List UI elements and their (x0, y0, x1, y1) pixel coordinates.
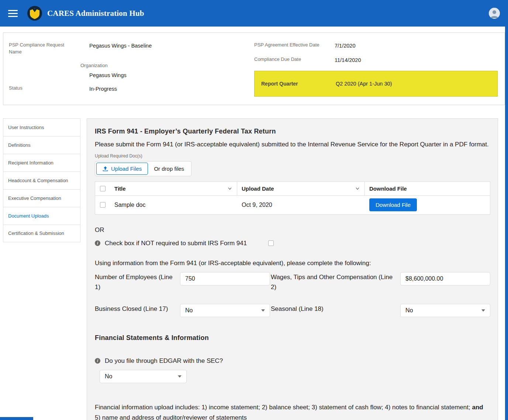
form941-fields-grid: Number of Employees (Line 1) Wages, Tips… (95, 272, 490, 317)
dropdown-caret-icon (178, 375, 182, 378)
sidebar-item-user-instructions[interactable]: User Instructions (3, 118, 80, 136)
doc-upload-date-cell: Oct 9, 2020 (237, 202, 365, 208)
note-suffix: 5) name and address of auditor/reviewer … (95, 414, 247, 420)
app-title: CARES Administration Hub (47, 9, 144, 18)
effective-date-label: PSP Agreement Effective Date (254, 42, 332, 49)
summary-left-column: PSP Compliance Request Name Pegasus Wing… (9, 42, 254, 97)
or-divider-text: OR (95, 226, 490, 234)
business-closed-value: No (185, 307, 193, 314)
organization-value: Pegasus Wings (80, 71, 254, 79)
using-info-text: Using information from the Form 941 (or … (95, 260, 490, 267)
scrollbar-thumb[interactable] (505, 27, 508, 420)
note-prefix: Financial information upload includes: 1… (95, 404, 472, 411)
request-name-field: PSP Compliance Request Name Pegasus Wing… (9, 42, 254, 56)
doc-title-cell: Sample doc (110, 202, 237, 208)
due-date-value: 11/14/2020 (335, 56, 500, 64)
employees-label: Number of Employees (Line 1) (95, 272, 180, 292)
upload-icon (103, 166, 108, 171)
upload-required-label: Upload Required Doc(s) (95, 153, 490, 159)
table-header-row: Title Upload Date Download File (95, 182, 490, 196)
organization-label: Organization (80, 62, 254, 69)
request-name-value: Pegasus Wings - Baseline (89, 42, 254, 56)
row-select-checkbox[interactable] (100, 202, 106, 208)
table-row: Sample doc Oct 9, 2020 Download File (95, 196, 490, 214)
seasonal-value: No (405, 307, 413, 314)
sidebar-item-recipient-information[interactable]: Recipient Information (3, 154, 80, 171)
select-all-checkbox[interactable] (100, 186, 106, 191)
info-icon[interactable]: i (95, 358, 100, 364)
document-uploads-panel: IRS Form 941 - Employer’s Quarterly Fede… (87, 118, 498, 420)
due-date-label: Compliance Due Date (254, 56, 332, 64)
column-header-title[interactable]: Title (110, 182, 237, 195)
sidebar-item-definitions[interactable]: Definitions (3, 136, 80, 154)
app-logo-icon (27, 6, 42, 21)
seasonal-label: Seasonal (Line 18) (270, 304, 400, 314)
employees-input[interactable] (180, 272, 270, 285)
chevron-down-icon[interactable] (355, 186, 360, 191)
not-required-checkbox[interactable] (268, 240, 274, 246)
app-header: CARES Administration Hub (0, 0, 508, 27)
business-closed-label: Business Closed (Line 17) (95, 304, 180, 314)
column-header-upload-date[interactable]: Upload Date (237, 182, 365, 195)
chevron-down-icon[interactable] (227, 186, 232, 191)
dropdown-caret-icon (481, 309, 485, 312)
edgar-value: No (105, 373, 112, 380)
report-quarter-highlight: Report Quarter Q2 2020 (Apr 1-Jun 30) (254, 71, 498, 97)
due-date-field: Compliance Due Date 11/14/2020 (254, 56, 500, 64)
effective-date-field: PSP Agreement Effective Date 7/1/2020 (254, 42, 500, 49)
seasonal-select[interactable]: No (400, 304, 490, 317)
compliance-summary-card: PSP Compliance Request Name Pegasus Wing… (3, 32, 505, 105)
dropdown-caret-icon (261, 309, 265, 312)
edgar-question: Do you file through EDGAR with the SEC? (105, 357, 223, 365)
edgar-question-row: i Do you file through EDGAR with the SEC… (95, 357, 490, 365)
sidebar-item-executive-compensation[interactable]: Executive Compensation (3, 189, 80, 207)
summary-right-column: PSP Agreement Effective Date 7/1/2020 Co… (254, 42, 500, 97)
bottom-left-accent (0, 417, 33, 420)
form941-description: Please submit the Form 941 (or IRS-accep… (95, 139, 490, 150)
note-bold: and (472, 404, 483, 411)
upload-files-button[interactable]: Upload Files (96, 163, 148, 175)
upload-date-column-label: Upload Date (242, 185, 274, 192)
content-row: User Instructions Definitions Recipient … (3, 118, 498, 420)
not-required-row: i Check box if NOT required to submit IR… (95, 240, 490, 247)
edgar-select[interactable]: No (100, 370, 187, 383)
financial-upload-note: Financial information upload includes: 1… (95, 402, 490, 420)
drop-files-label: Or drop files (148, 166, 190, 172)
status-label: Status (9, 85, 86, 93)
wages-label: Wages, Tips and Other Compensation (Line… (270, 272, 400, 292)
doc-download-cell: Download File (365, 198, 490, 211)
download-column-label: Download File (369, 185, 407, 192)
not-required-label: Check box if NOT required to submit IRS … (105, 240, 247, 247)
sidebar-item-headcount-compensation[interactable]: Headcount & Compensation (3, 171, 80, 189)
status-value: In-Progress (89, 85, 254, 93)
form941-title: IRS Form 941 - Employer’s Quarterly Fede… (95, 127, 490, 136)
sidebar-item-document-uploads[interactable]: Document Uploads (3, 207, 80, 225)
report-quarter-label: Report Quarter (261, 81, 336, 87)
financial-section-title: Financial Statements & Information (95, 334, 490, 342)
row-select-cell (95, 202, 110, 208)
effective-date-value: 7/1/2020 (335, 42, 500, 49)
report-quarter-value: Q2 2020 (Apr 1-Jun 30) (336, 81, 491, 87)
wages-input[interactable] (400, 272, 490, 285)
organization-field: Organization Pegasus Wings (80, 62, 254, 79)
title-column-label: Title (114, 185, 126, 192)
uploaded-docs-table: Title Upload Date Download File (95, 181, 490, 215)
upload-files-label: Upload Files (111, 166, 142, 172)
column-header-download-file: Download File (365, 182, 490, 195)
info-icon[interactable]: i (95, 240, 100, 246)
file-drop-zone[interactable]: Upload Files Or drop files (95, 161, 191, 176)
user-avatar[interactable] (489, 8, 500, 19)
status-field: Status In-Progress (9, 85, 254, 93)
download-file-button[interactable]: Download File (369, 198, 417, 211)
sidebar-item-certification-submission[interactable]: Certification & Submission (3, 225, 80, 242)
request-name-label: PSP Compliance Request Name (9, 42, 72, 56)
section-nav: User Instructions Definitions Recipient … (3, 118, 80, 242)
business-closed-select[interactable]: No (180, 304, 270, 317)
select-all-cell (95, 186, 110, 191)
menu-icon[interactable] (8, 10, 18, 17)
